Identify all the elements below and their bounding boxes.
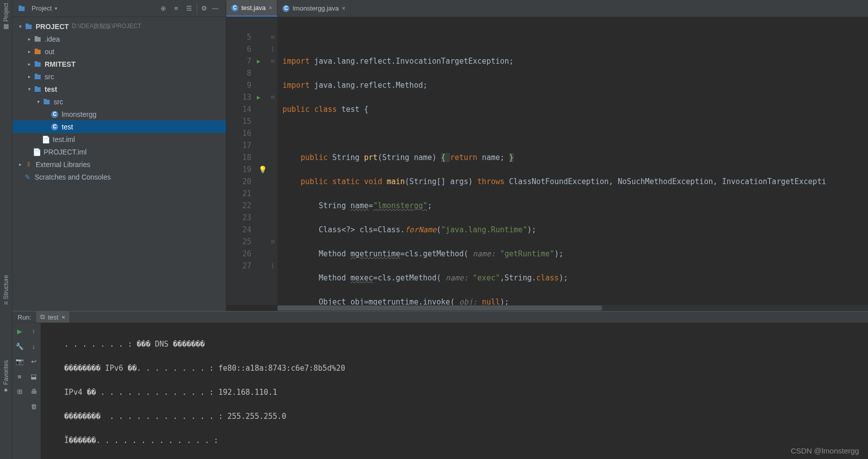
run-gutter-icon[interactable]: ▶ (257, 91, 260, 103)
class-icon: C (231, 5, 238, 12)
svg-rect-7 (35, 49, 38, 50)
run-header: Run: ⧉test× (13, 312, 868, 323)
run-tool-window: Run: ⧉test× ▶ 🔧 📷 ■ ⊞ ↑ ↓ ↩ ⬓ 🖶 🗑 (13, 311, 868, 459)
project-panel-header: Project ▾ ⊕ ≡ ☰ ⚙ — (13, 0, 226, 17)
code-editor[interactable]: 5 6 7▶ 8 9 13▶ 14 15 16 17 18 19 20 21 (226, 17, 868, 305)
tree-node-test-class[interactable]: Ctest (13, 120, 226, 133)
tree-node-test[interactable]: ▾test (13, 83, 226, 95)
run-label: Run: (18, 314, 31, 321)
tree-node-project-iml[interactable]: 📄PROJECT.iml (13, 145, 226, 158)
scroll-end-icon[interactable]: ⬓ (29, 371, 39, 381)
close-icon[interactable]: × (268, 5, 272, 12)
class-icon: C (51, 111, 58, 118)
favorites-tool-label[interactable]: ★Favorites (3, 360, 10, 394)
up-icon[interactable]: ↑ (29, 326, 39, 336)
trash-icon[interactable]: 🗑 (29, 401, 39, 411)
settings-icon[interactable]: ⚙ (197, 3, 208, 14)
editor-panel: Ctest.java× Clmonstergg.java× 5 6 7▶ 8 9… (226, 0, 868, 311)
svg-rect-8 (35, 62, 41, 67)
svg-rect-4 (35, 37, 41, 42)
camera-icon[interactable]: 📷 (15, 356, 25, 366)
tab-lmonstergg-java[interactable]: Clmonstergg.java× (277, 0, 351, 17)
expand-all-icon[interactable]: ≡ (171, 3, 182, 14)
project-tool-label[interactable]: ▦Project (3, 3, 10, 31)
tree-node-rmitest[interactable]: ▸RMITEST (13, 58, 226, 70)
tree-node-src[interactable]: ▸src (13, 70, 226, 83)
softwrap-icon[interactable]: ↩ (29, 356, 39, 366)
svg-rect-0 (19, 7, 25, 11)
project-panel: Project ▾ ⊕ ≡ ☰ ⚙ — ▾PROJECTD:\IDEA旗舰版\P… (13, 0, 226, 311)
down-icon[interactable]: ↓ (29, 341, 39, 351)
tree-node-scratches[interactable]: ✎Scratches and Consoles (13, 171, 226, 183)
hide-icon[interactable]: — (210, 3, 221, 14)
editor-tabs: Ctest.java× Clmonstergg.java× (226, 0, 868, 17)
svg-rect-12 (35, 87, 41, 92)
tab-test-java[interactable]: Ctest.java× (226, 0, 277, 17)
intention-bulb-icon[interactable]: 💡 (258, 164, 267, 176)
iml-icon: 📄 (42, 135, 50, 143)
tree-node-test-iml[interactable]: 📄test.iml (13, 133, 226, 145)
project-view-selector[interactable]: Project ▾ (18, 5, 57, 13)
tree-node-idea[interactable]: ▸.idea (13, 33, 226, 45)
scratches-icon: ✎ (24, 173, 32, 181)
run-toolbar-left: ▶ 🔧 📷 ■ ⊞ (13, 323, 27, 459)
watermark: CSDN @lmonstergg (791, 446, 859, 455)
svg-rect-5 (35, 36, 38, 38)
tree-node-ext-libs[interactable]: ▸⫴External Libraries (13, 158, 226, 171)
console-output[interactable]: . . . . . . . : ��� DNS ������� ��������… (41, 323, 868, 459)
fold-gutter[interactable]: ⊟⌊⊟ ⊟⊟⌊ (268, 17, 277, 305)
wrench-icon[interactable]: 🔧 (15, 341, 25, 351)
svg-rect-14 (44, 100, 50, 104)
svg-rect-2 (26, 25, 32, 29)
locate-icon[interactable]: ⊕ (158, 3, 169, 14)
class-icon: C (282, 5, 290, 12)
stop-icon[interactable]: ■ (15, 371, 25, 381)
rerun-icon[interactable]: ▶ (15, 326, 25, 336)
tool-window-stripe-left[interactable]: ▦Project ≡Structure ★Favorites (0, 0, 13, 459)
layout-icon[interactable]: ⊞ (15, 386, 25, 396)
line-number-gutter[interactable]: 5 6 7▶ 8 9 13▶ 14 15 16 17 18 19 20 21 (226, 17, 256, 305)
svg-rect-9 (35, 61, 38, 63)
svg-rect-15 (44, 99, 47, 100)
run-tab-test[interactable]: ⧉test× (36, 312, 69, 323)
run-toolbar-left2: ↑ ↓ ↩ ⬓ 🖶 🗑 (27, 323, 41, 459)
svg-rect-13 (35, 86, 38, 88)
run-gutter-icon[interactable]: ▶ (257, 55, 260, 67)
collapse-all-icon[interactable]: ☰ (184, 3, 195, 14)
tree-node-out[interactable]: ▸out (13, 45, 226, 58)
tree-node-test-src[interactable]: ▾src (13, 95, 226, 108)
svg-rect-3 (26, 24, 29, 25)
print-icon[interactable]: 🖶 (29, 386, 39, 396)
close-icon[interactable]: × (342, 5, 345, 12)
svg-rect-10 (35, 75, 41, 79)
structure-tool-label[interactable]: ≡Structure (3, 275, 10, 305)
close-icon[interactable]: × (61, 314, 65, 321)
library-icon: ⫴ (25, 161, 33, 169)
project-tree[interactable]: ▾PROJECTD:\IDEA旗舰版\PROJECT ▸.idea ▸out ▸… (13, 17, 226, 186)
svg-rect-6 (35, 50, 41, 54)
scrollbar-thumb[interactable] (277, 305, 602, 311)
iml-icon: 📄 (33, 148, 41, 156)
horizontal-scrollbar[interactable] (277, 305, 868, 311)
class-icon: C (51, 123, 58, 130)
code-content[interactable]: import import java.lang.reflect.Invocati… (277, 17, 868, 305)
svg-rect-11 (35, 74, 38, 75)
svg-rect-1 (19, 6, 22, 7)
tree-node-lmonstergg[interactable]: Clmonstergg (13, 108, 226, 120)
tree-root[interactable]: ▾PROJECTD:\IDEA旗舰版\PROJECT (13, 20, 226, 33)
